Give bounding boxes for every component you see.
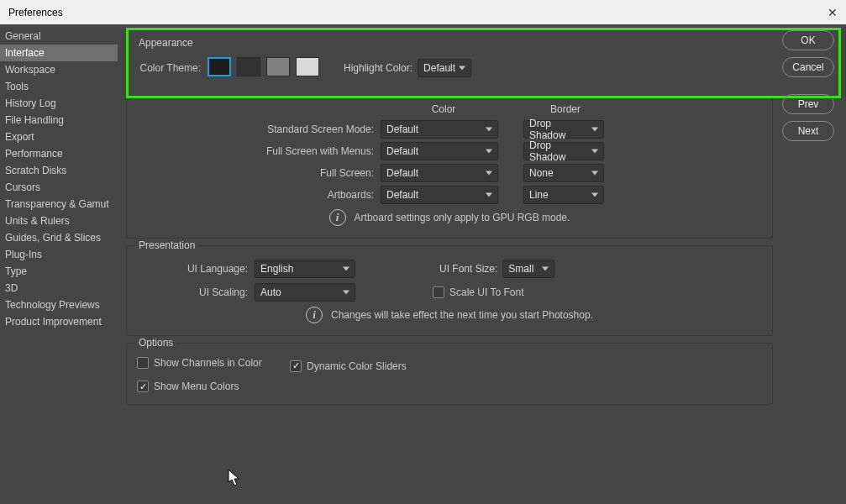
sidebar-item-history-log[interactable]: History Log xyxy=(0,95,118,112)
cancel-button[interactable]: Cancel xyxy=(782,57,834,77)
mouse-cursor-icon xyxy=(228,469,241,486)
color-select[interactable]: Default xyxy=(381,120,498,139)
border-select[interactable]: Drop Shadow xyxy=(523,120,604,139)
sidebar-item-3d[interactable]: 3D xyxy=(0,280,118,297)
screen-mode-row: Full Screen:DefaultNone xyxy=(255,164,762,182)
screen-mode-row: Standard Screen Mode:DefaultDrop Shadow xyxy=(255,120,762,139)
row-label: Full Screen: xyxy=(255,167,381,179)
appearance-title: Appearance xyxy=(139,37,828,49)
sidebar: GeneralInterfaceWorkspaceToolsHistory Lo… xyxy=(0,24,118,504)
presentation-note: Changes will take effect the next time y… xyxy=(331,309,593,321)
sidebar-item-guides-grid-slices[interactable]: Guides, Grid & Slices xyxy=(0,229,118,246)
col-header-border: Border xyxy=(523,103,607,115)
ui-scaling-label: UI Scaling: xyxy=(137,286,255,298)
ok-button[interactable]: OK xyxy=(782,30,834,50)
color-select[interactable]: Default xyxy=(381,186,498,204)
sidebar-item-general[interactable]: General xyxy=(0,28,118,45)
close-icon[interactable]: ✕ xyxy=(828,6,838,19)
presentation-legend: Presentation xyxy=(135,239,198,251)
sidebar-item-product-improvement[interactable]: Product Improvement xyxy=(0,313,118,330)
appearance-highlight: Appearance Color Theme: Highlight Color:… xyxy=(126,28,841,98)
color-theme-swatch[interactable] xyxy=(296,57,319,76)
border-select[interactable]: Line xyxy=(523,186,604,204)
info-icon: i xyxy=(306,307,323,323)
options-legend: Options xyxy=(135,337,176,349)
sidebar-item-interface[interactable]: Interface xyxy=(0,45,118,61)
sidebar-item-tools[interactable]: Tools xyxy=(0,78,118,95)
dynamic-sliders-check[interactable]: Dynamic Color Sliders xyxy=(290,360,407,372)
ui-scaling-select[interactable]: Auto xyxy=(255,283,355,302)
color-theme-swatch[interactable] xyxy=(237,57,260,76)
color-theme-swatch[interactable] xyxy=(266,57,290,76)
screen-mode-row: Full Screen with Menus:DefaultDrop Shado… xyxy=(255,142,762,160)
color-select[interactable]: Default xyxy=(381,142,498,160)
sidebar-item-scratch-disks[interactable]: Scratch Disks xyxy=(0,162,118,179)
sidebar-item-transparency-gamut[interactable]: Transparency & Gamut xyxy=(0,196,118,213)
checkbox-icon xyxy=(137,357,149,369)
row-label: Full Screen with Menus: xyxy=(255,145,381,157)
sidebar-item-technology-previews[interactable]: Technology Previews xyxy=(0,297,118,313)
titlebar: Preferences ✕ xyxy=(0,0,846,24)
ui-font-size-select[interactable]: Small xyxy=(502,260,554,278)
sidebar-item-type[interactable]: Type xyxy=(0,263,118,280)
color-theme-label: Color Theme: xyxy=(139,62,208,74)
window-title: Preferences xyxy=(8,7,63,18)
border-select[interactable]: Drop Shadow xyxy=(523,142,604,160)
sidebar-item-workspace[interactable]: Workspace xyxy=(0,61,118,78)
color-theme-swatches xyxy=(208,57,325,79)
color-select[interactable]: Default xyxy=(381,164,498,182)
checkbox-icon xyxy=(433,286,444,298)
scale-ui-label: Scale UI To Font xyxy=(449,286,524,298)
next-button[interactable]: Next xyxy=(782,121,834,141)
row-label: Artboards: xyxy=(255,189,381,201)
highlight-color-select[interactable]: Default xyxy=(418,59,471,77)
checkbox-icon xyxy=(290,360,302,372)
highlight-color-label: Highlight Color: xyxy=(344,62,412,74)
sidebar-item-performance[interactable]: Performance xyxy=(0,145,118,162)
content-area: Appearance Color Theme: Highlight Color:… xyxy=(118,24,846,504)
prev-button[interactable]: Prev xyxy=(782,94,834,114)
ui-font-size-label: UI Font Size: xyxy=(439,263,497,275)
scale-ui-to-font-check[interactable]: Scale UI To Font xyxy=(433,286,524,298)
col-header-color: Color xyxy=(381,103,507,115)
show-channels-check[interactable]: Show Channels in Color xyxy=(137,357,262,369)
info-icon: i xyxy=(329,209,346,226)
sidebar-item-file-handling[interactable]: File Handling xyxy=(0,112,118,129)
border-select[interactable]: None xyxy=(523,164,604,182)
checkbox-icon xyxy=(137,381,149,392)
show-menu-colors-check[interactable]: Show Menu Colors xyxy=(137,381,239,392)
sidebar-item-plug-ins[interactable]: Plug-Ins xyxy=(0,246,118,263)
dialog-buttons: OK Cancel Prev Next xyxy=(782,30,834,141)
color-theme-swatch[interactable] xyxy=(208,57,231,76)
appearance-note: Artboard settings only apply to GPU RGB … xyxy=(355,212,570,223)
ui-language-select[interactable]: English xyxy=(255,260,355,278)
sidebar-item-cursors[interactable]: Cursors xyxy=(0,179,118,196)
row-label: Standard Screen Mode: xyxy=(255,123,381,135)
screen-mode-row: Artboards:DefaultLine xyxy=(255,186,762,204)
ui-language-label: UI Language: xyxy=(137,263,255,275)
sidebar-item-units-rulers[interactable]: Units & Rulers xyxy=(0,213,118,229)
sidebar-item-export[interactable]: Export xyxy=(0,129,118,145)
